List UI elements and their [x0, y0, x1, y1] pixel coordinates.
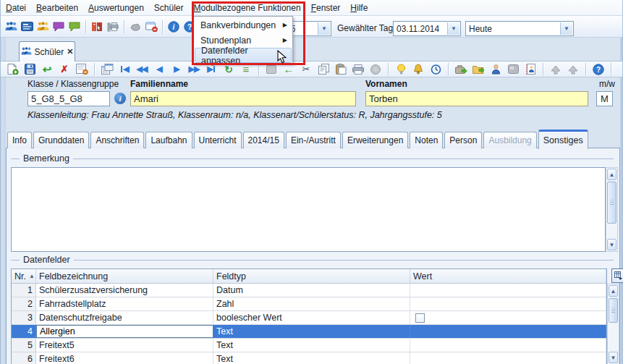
report-book-icon[interactable] — [90, 19, 104, 35]
disabled-card-icon[interactable] — [506, 62, 520, 77]
chevron-down-icon[interactable]: ▼ — [318, 22, 330, 35]
scroll-up-icon[interactable]: ▲ — [607, 169, 616, 180]
scrollbar-thumb[interactable] — [609, 298, 618, 323]
student-export-icon[interactable] — [488, 62, 503, 77]
wert-cell[interactable] — [410, 297, 606, 310]
date-combo[interactable]: 03.11.2014 ▼ — [393, 21, 461, 36]
prev-record-icon[interactable]: ◀ — [152, 62, 166, 77]
save-icon[interactable] — [22, 62, 37, 77]
copy-icon[interactable] — [316, 62, 331, 77]
datenfelder-group-header: Datenfelder — [11, 255, 614, 265]
paste-icon[interactable] — [334, 62, 348, 77]
wert-cell[interactable] — [410, 352, 606, 364]
wert-cell[interactable] — [410, 284, 606, 297]
export-folder-icon[interactable] — [471, 62, 486, 77]
menu-auswertungen[interactable]: Auswertungen — [83, 0, 149, 15]
disabled-send-icon[interactable] — [548, 62, 563, 77]
tab-erweiterungen[interactable]: Erweiterungen — [342, 132, 408, 148]
scroll-down-icon[interactable]: ▼ — [609, 352, 618, 363]
first-record-icon[interactable]: ◀ — [117, 62, 132, 77]
scroll-down-icon[interactable]: ▼ — [607, 239, 616, 250]
tab-noten[interactable]: Noten — [410, 132, 443, 148]
wert-cell[interactable] — [410, 311, 606, 324]
students-icon[interactable] — [4, 19, 18, 35]
help-icon[interactable]: ? — [591, 62, 606, 77]
menu-hilfe[interactable]: Hilfe — [345, 0, 373, 15]
tab-2014-15[interactable]: 2014/15 — [243, 132, 284, 148]
bemerkung-title: Bemerkung — [23, 153, 69, 164]
menu-item-bankverbindungen[interactable]: Bankverbindungen ▶ — [195, 17, 292, 33]
tab-schueler[interactable]: Schüler ✕ — [19, 41, 75, 62]
print-list-icon[interactable] — [106, 19, 120, 35]
table-header: Nr.▲ Feldbezeichnung Feldtyp Wert — [12, 269, 606, 284]
bemerkung-textarea[interactable] — [11, 167, 606, 252]
menu-bar: Datei Bearbeiten Auswertungen Schüler Mo… — [1, 0, 622, 16]
chevron-down-icon[interactable]: ▼ — [447, 22, 459, 35]
tab-sonstiges[interactable]: Sonstiges — [538, 130, 588, 149]
undo-icon[interactable]: ↩ — [40, 62, 54, 77]
edit-form-icon[interactable] — [75, 62, 89, 77]
address-book-icon[interactable] — [523, 62, 538, 77]
scrollbar-thumb[interactable] — [607, 182, 616, 224]
menu-datei[interactable]: Datei — [1, 0, 31, 15]
courses-icon[interactable] — [35, 19, 50, 35]
hands-disabled-icon[interactable] — [128, 19, 143, 35]
bell-icon[interactable] — [411, 62, 425, 77]
tab-laufbahn[interactable]: Laufbahn — [145, 132, 192, 148]
green-note-icon[interactable] — [67, 19, 82, 35]
clock-icon[interactable] — [428, 62, 443, 77]
scroll-up-icon[interactable]: ▲ — [609, 285, 618, 297]
delete-record-icon[interactable]: ✗ — [57, 62, 72, 77]
export-briefcase-icon[interactable] — [454, 62, 468, 77]
table-scrollbar[interactable]: ▲ ▼ — [607, 284, 619, 364]
window-right-edge — [620, 0, 623, 364]
klasse-field[interactable]: 5_G8_5_G8 — [27, 91, 110, 106]
disabled-tool-icon[interactable] — [368, 62, 383, 77]
tab-info[interactable]: Info — [7, 132, 32, 148]
geschlecht-field[interactable]: M — [596, 91, 613, 106]
chevron-down-icon[interactable]: ▼ — [560, 22, 572, 35]
col-header-nr[interactable]: Nr.▲ — [12, 269, 36, 283]
fast-prev-icon[interactable]: ◀◀ — [135, 62, 149, 77]
menu-modulbezogene-funktionen[interactable]: Modulbezogene Funktionen — [189, 0, 306, 15]
cut-icon[interactable]: ✂ — [299, 62, 313, 77]
purple-note-icon[interactable] — [51, 19, 66, 35]
disabled-send2-icon[interactable] — [566, 62, 580, 77]
tab-anschriften[interactable]: Anschriften — [90, 132, 144, 148]
quick-date-combo[interactable]: Heute ▼ — [465, 21, 574, 36]
wert-cell[interactable] — [410, 325, 606, 338]
print-icon[interactable] — [351, 62, 365, 77]
new-record-icon[interactable] — [5, 62, 20, 77]
col-header-wert[interactable]: Wert — [410, 269, 606, 283]
record-toolbar: ↩ ✗ ◀ ◀◀ ◀ ▶ ▶▶ ▶ ↻ ≡ ← ✂ ? — [1, 61, 622, 77]
tab-person[interactable]: Person — [444, 132, 482, 148]
column-chooser-button[interactable] — [611, 268, 623, 283]
hint-bulb-icon[interactable] — [394, 62, 408, 77]
window-remove-icon[interactable] — [144, 19, 158, 35]
submenu-arrow-icon: ▶ — [283, 22, 287, 28]
col-header-feldbezeichnung[interactable]: Feldbezeichnung — [36, 269, 213, 283]
menu-bearbeiten[interactable]: Bearbeiten — [31, 0, 83, 15]
students-icon — [21, 47, 32, 57]
tab-unterricht[interactable]: Unterricht — [194, 132, 242, 148]
close-icon[interactable]: ✕ — [67, 47, 73, 56]
vornamen-field[interactable]: Torben — [365, 91, 588, 106]
tab-grunddaten[interactable]: Grunddaten — [33, 132, 89, 148]
toolbar-separator — [162, 20, 163, 33]
toolbar-separator — [543, 63, 543, 76]
bemerkung-scrollbar[interactable]: ▲ ▼ — [606, 167, 618, 252]
classes-icon[interactable] — [20, 19, 34, 35]
edit-cell[interactable]: Allergien — [36, 325, 213, 338]
familienname-field[interactable]: Amari — [130, 91, 356, 106]
tab-ein-austritt[interactable]: Ein-/Austritt — [286, 132, 341, 148]
copy-table-icon[interactable] — [100, 62, 114, 77]
col-header-feldtyp[interactable]: Feldtyp — [213, 269, 410, 283]
menu-fenster[interactable]: Fenster — [306, 0, 346, 15]
next-record-icon[interactable]: ▶ — [169, 62, 184, 77]
checkbox[interactable] — [415, 313, 425, 323]
wert-cell[interactable] — [410, 339, 606, 352]
class-info-icon[interactable]: i — [114, 93, 126, 104]
info-icon[interactable]: i — [166, 19, 181, 35]
menu-schueler[interactable]: Schüler — [149, 0, 189, 15]
toolbar-separator — [388, 63, 389, 76]
